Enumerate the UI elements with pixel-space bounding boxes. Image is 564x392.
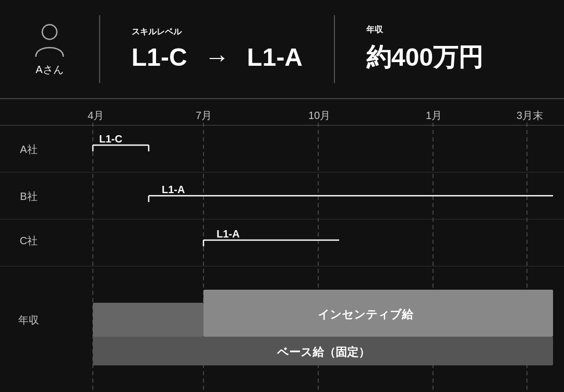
svg-text:10月: 10月 (308, 110, 330, 121)
person-name: Aさん (35, 63, 63, 77)
svg-text:年収: 年収 (18, 314, 39, 326)
header-divider-1 (99, 15, 100, 83)
skill-section: スキルレベル L1-C → L1-A (116, 21, 318, 77)
salary-value: 約400万円 (366, 41, 533, 74)
skill-arrow: → (205, 43, 230, 71)
timeline-section: 4月 7月 10月 1月 3月末 A社 L1-C B社 (0, 99, 564, 392)
svg-text:L1-C: L1-C (99, 133, 122, 145)
skill-value: L1-C → L1-A (131, 43, 303, 72)
person-icon (31, 22, 68, 58)
svg-point-0 (42, 25, 57, 39)
svg-text:ベース給（固定）: ベース給（固定） (277, 346, 370, 359)
svg-text:7月: 7月 (196, 110, 212, 121)
salary-label: 年収 (366, 25, 533, 35)
person-info: Aさん (16, 22, 83, 77)
svg-text:3月末: 3月末 (517, 110, 543, 121)
header-divider-2 (334, 15, 335, 83)
header-section: Aさん スキルレベル L1-C → L1-A 年収 約400万円 (0, 0, 564, 99)
skill-to: L1-A (247, 43, 303, 71)
skill-from: L1-C (131, 43, 187, 71)
svg-text:L1-A: L1-A (162, 184, 185, 195)
main-container: Aさん スキルレベル L1-C → L1-A 年収 約400万円 (0, 0, 564, 392)
svg-text:1月: 1月 (426, 110, 442, 121)
timeline-svg: 4月 7月 10月 1月 3月末 A社 L1-C B社 (0, 99, 564, 392)
salary-section: 年収 約400万円 (351, 19, 548, 79)
svg-text:L1-A: L1-A (217, 228, 239, 240)
svg-text:インセンティブ給: インセンティブ給 (318, 308, 414, 321)
skill-label: スキルレベル (131, 27, 303, 38)
svg-text:B社: B社 (20, 191, 37, 202)
svg-text:A社: A社 (20, 144, 37, 155)
svg-rect-31 (93, 303, 203, 337)
svg-text:C社: C社 (20, 235, 38, 246)
svg-text:4月: 4月 (88, 110, 104, 121)
